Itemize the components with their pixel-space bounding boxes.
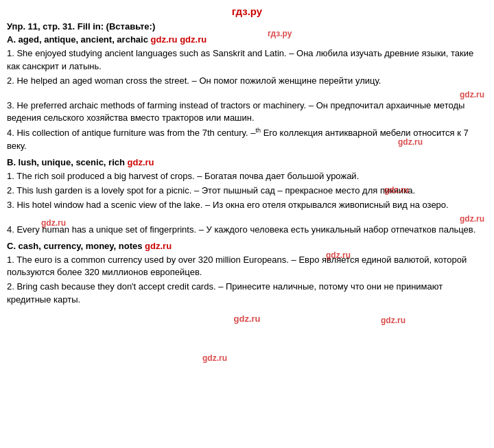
section-b-label: B. lush, unique, scenic, rich xyxy=(7,157,125,167)
section-c-content: 1. The euro is a common currency used by… xyxy=(7,254,487,307)
section-b-header: B. lush, unique, scenic, rich gdz.ru xyxy=(7,157,487,167)
watermark-inline-2: gdz.ru xyxy=(460,214,484,224)
page-container: гдз.ру Упр. 11, стр. 31. Fill in: (Встав… xyxy=(0,0,494,448)
section-b-item-2: 2. This lush garden is a lovely spot for… xyxy=(7,185,487,198)
section-a-item-3: 3. He preferred archaic methods of farmi… xyxy=(7,99,487,126)
exercise-title: Упр. 11, стр. 31. Fill in: (Вставьте:) xyxy=(7,21,487,32)
watermark-7: gdz.ru xyxy=(202,353,227,363)
watermark-bottom: gdz.ru xyxy=(234,314,261,324)
section-b-item-3: 3. His hotel window had a scenic view of… xyxy=(7,199,487,212)
section-c-header: C. cash, currency, money, notes gdz.ru xyxy=(7,241,487,251)
watermark-1: гдз.ру xyxy=(268,29,292,38)
watermark-3: gdz.ru xyxy=(384,185,409,195)
section-c-item-1: 1. The euro is a common currency used by… xyxy=(7,254,487,280)
site-title: гдз.ру xyxy=(7,5,487,17)
section-a-item-1: 1. She enjoyed studying ancient language… xyxy=(7,47,487,73)
section-c-gdz: gdz.ru xyxy=(145,241,172,251)
section-b-gdz: gdz.ru xyxy=(128,157,154,167)
watermark-6: gdz.ru xyxy=(381,316,405,325)
section-b-content: 1. The rich soil produced a big harvest … xyxy=(7,170,487,236)
section-b-item-4: 4. Every human has a unique set of finge… xyxy=(7,224,487,237)
watermark-2: gdz.ru xyxy=(398,137,423,147)
section-c-label: C. cash, currency, money, notes xyxy=(7,241,142,251)
section-a-gdz: gdz.ru xyxy=(151,34,178,45)
watermark-inline-1: gdz.ru xyxy=(460,90,484,99)
section-b-item-1: 1. The rich soil produced a big harvest … xyxy=(7,170,487,183)
section-a-gdz3: gdz.ru xyxy=(180,34,207,45)
watermark-4: gdz.ru xyxy=(41,218,66,228)
section-a-item-2: 2. He helped an aged woman cross the str… xyxy=(7,75,487,88)
section-c-item-2: 2. Bring cash because they don't accept … xyxy=(7,281,487,307)
watermark-5: gdz.ru xyxy=(326,250,351,260)
section-a-label: A. aged, antique, ancient, archaic xyxy=(7,34,148,45)
section-a-header: A. aged, antique, ancient, archaic gdz.r… xyxy=(7,34,487,45)
